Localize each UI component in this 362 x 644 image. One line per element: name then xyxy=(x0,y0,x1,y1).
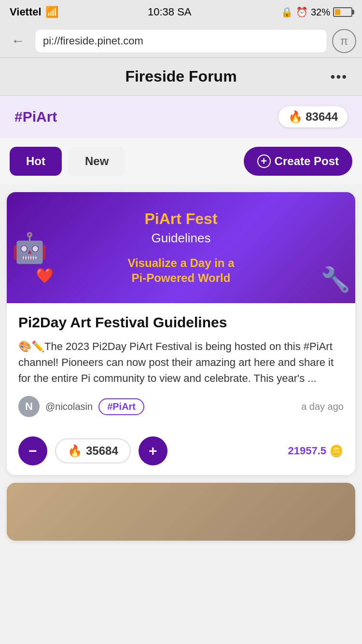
forum-title: Fireside Forum xyxy=(125,68,237,85)
partial-banner xyxy=(7,483,355,541)
new-filter-button[interactable]: New xyxy=(69,147,125,176)
banner-title: PiArt Fest xyxy=(127,210,234,228)
post-fire-count: 🔥 35684 xyxy=(55,438,131,463)
status-right: 🔒 ⏰ 32% xyxy=(281,6,352,18)
banner-content: PiArt Fest Guidelines Visualize a Day in… xyxy=(127,210,234,285)
channel-header: #PiArt 🔥 83644 xyxy=(0,96,362,138)
create-post-button[interactable]: + Create Post xyxy=(244,147,352,176)
banner-deco-left-icon: 🤖 xyxy=(12,231,48,265)
post-title[interactable]: Pi2Day Art Festival Guidelines xyxy=(18,313,344,332)
post-card: 🤖 PiArt Fest Guidelines Visualize a Day … xyxy=(7,192,355,475)
battery-icon xyxy=(333,7,352,17)
banner-deco-right-icon: 🔧 xyxy=(320,266,350,294)
carrier-text: Viettel xyxy=(10,6,42,18)
post-body: Pi2Day Art Festival Guidelines 🎨✏️The 20… xyxy=(7,303,355,436)
post-actions: − 🔥 35684 + 21957.5 🪙 xyxy=(7,436,355,475)
channel-count-value: 83644 xyxy=(306,110,338,124)
post-card-partial[interactable] xyxy=(7,483,355,541)
post-banner[interactable]: 🤖 PiArt Fest Guidelines Visualize a Day … xyxy=(7,192,355,303)
post-tag[interactable]: #PiArt xyxy=(98,398,144,415)
alarm-icon: ⏰ xyxy=(296,6,308,18)
post-excerpt: 🎨✏️The 2023 Pi2Day PiArt Festival is bei… xyxy=(18,338,344,386)
status-time: 10:38 SA xyxy=(148,6,192,18)
pi-symbol: π xyxy=(340,34,348,48)
banner-heart-icon: ❤️ xyxy=(36,267,54,284)
lock-icon: 🔒 xyxy=(281,6,293,18)
filter-bar: Hot New + Create Post xyxy=(0,138,362,184)
post-coins-value: 21957.5 xyxy=(288,445,326,457)
status-left: Viettel 📶 xyxy=(10,6,58,18)
channel-fire-count: 🔥 83644 xyxy=(278,106,348,127)
create-plus-icon: + xyxy=(257,154,271,168)
create-post-label: Create Post xyxy=(275,154,339,168)
channel-name: #PiArt xyxy=(14,109,57,125)
hot-filter-button[interactable]: Hot xyxy=(10,147,62,176)
wifi-icon: 📶 xyxy=(45,6,58,18)
upvote-button[interactable]: + xyxy=(139,436,167,465)
post-author[interactable]: @nicolasin xyxy=(45,401,93,412)
avatar: N xyxy=(18,396,40,417)
back-arrow-icon: ← xyxy=(11,33,25,49)
url-bar[interactable]: pi://fireside.pinet.com xyxy=(35,29,327,53)
fire-emoji: 🔥 xyxy=(288,110,303,124)
downvote-button[interactable]: − xyxy=(18,436,47,465)
post-fire-count-value: 35684 xyxy=(86,444,118,458)
back-button[interactable]: ← xyxy=(6,29,30,53)
coin-icon: 🪙 xyxy=(329,444,344,458)
browser-bar: ← pi://fireside.pinet.com π xyxy=(0,24,362,58)
post-fire-emoji: 🔥 xyxy=(68,444,82,458)
url-text: pi://fireside.pinet.com xyxy=(43,35,143,47)
banner-tagline: Visualize a Day in aPi-Powered World xyxy=(127,255,234,285)
battery-percent: 32% xyxy=(311,7,330,18)
post-coins: 21957.5 🪙 xyxy=(288,444,344,458)
post-time: a day ago xyxy=(301,401,344,412)
forum-menu-button[interactable]: ••• xyxy=(331,69,348,84)
banner-subtitle: Guidelines xyxy=(127,231,234,246)
status-bar: Viettel 📶 10:38 SA 🔒 ⏰ 32% xyxy=(0,0,362,24)
post-meta: N @nicolasin #PiArt a day ago xyxy=(18,396,344,417)
pi-browser-icon[interactable]: π xyxy=(332,29,356,53)
forum-header: Fireside Forum ••• xyxy=(0,58,362,96)
